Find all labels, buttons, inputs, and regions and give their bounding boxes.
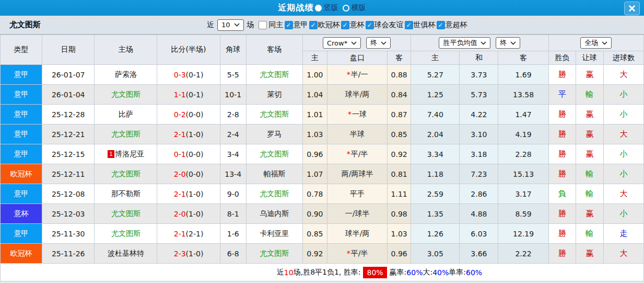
home-team-name: 尤文图斯 xyxy=(111,169,140,178)
handicap-line: 一/球半 xyxy=(327,204,387,224)
col-header-date: 日期 xyxy=(42,35,95,65)
corner-score: 2-8 xyxy=(220,105,246,124)
sub-header-avg-away: 客 xyxy=(498,51,548,65)
odds-home: 1.00 xyxy=(302,65,327,85)
result-goals: 大 xyxy=(603,184,643,204)
odds-home: 0.90 xyxy=(302,204,327,224)
filter-checkbox-checked[interactable]: ✓ xyxy=(437,21,445,29)
home-team-name: 尤文图斯 xyxy=(111,90,140,98)
result-handicap: 赢 xyxy=(576,244,603,264)
chevron-down-icon xyxy=(351,41,357,45)
avg-win: 2.59 xyxy=(411,184,460,204)
avg-win: 7.40 xyxy=(411,105,460,124)
away-team-name: 尤文图斯 xyxy=(260,110,289,118)
score-cell: 2-1(2-1) xyxy=(157,224,220,244)
panel-title: 近期战绩 xyxy=(278,3,314,14)
near-label: 近 xyxy=(207,20,214,30)
filter-checkbox-label[interactable]: 意杯 xyxy=(350,20,365,30)
avg-win: 1.18 xyxy=(411,164,460,184)
handicap-line: *平/半 xyxy=(327,144,387,164)
sub-header-avg-draw: 和 xyxy=(460,51,498,65)
avg-lose: 1.69 xyxy=(498,65,548,85)
filter-checkbox-unchecked[interactable] xyxy=(259,21,267,29)
avg-lose: 13.58 xyxy=(498,85,548,105)
layout-vertical-label[interactable]: 竖版 xyxy=(324,3,338,13)
score-cell: 0-1(0-0) xyxy=(157,144,220,164)
filter-checkbox-checked[interactable]: ✓ xyxy=(285,21,293,29)
filter-checkbox-checked[interactable]: ✓ xyxy=(405,21,413,29)
filter-checkbox-label[interactable]: 同主 xyxy=(269,20,284,30)
scope-select-value: 全场 xyxy=(584,38,598,48)
final-score: 0-1 xyxy=(174,150,186,159)
chevron-down-icon xyxy=(481,41,486,45)
filter-checkbox-label[interactable]: 世俱杯 xyxy=(414,20,436,30)
handicap-text: 一/球半 xyxy=(345,209,370,218)
half-score: (0-0) xyxy=(186,150,204,159)
away-team: 乌迪内斯 xyxy=(246,204,302,224)
avg-type-select[interactable]: 胜平负均值 xyxy=(439,37,490,49)
corner-score: 3-4 xyxy=(220,144,246,164)
match-date: 25-12-15 xyxy=(42,144,95,164)
filters: 近 10 场 同主✓意甲✓欧冠杯✓意杯✓球会友谊✓世俱杯✓意超杯 xyxy=(207,16,467,34)
away-team-name: 莱切 xyxy=(267,90,282,98)
filter-checkbox-label[interactable]: 意甲 xyxy=(294,20,308,30)
summary-segment: 60% xyxy=(466,268,482,277)
layout-horizontal-radio[interactable] xyxy=(343,5,349,12)
home-team: 萨索洛 xyxy=(95,65,157,85)
col-header-away: 客场 xyxy=(246,35,302,65)
summary-bar: 近10场,胜8平1负1, 胜率:80% 赢率:60% 大:40% 单率:60% xyxy=(0,264,644,281)
league-badge: 意甲 xyxy=(1,184,42,204)
odds-home: 0.92 xyxy=(302,244,327,264)
half-score: (0-0) xyxy=(186,110,204,119)
bookmaker-select[interactable]: Crow* xyxy=(323,37,361,49)
odds-away: 1.11 xyxy=(388,184,411,204)
away-team: 罗马 xyxy=(246,124,302,144)
final-score: 2-1 xyxy=(174,130,186,139)
avg-win: 1.35 xyxy=(411,204,460,224)
match-count-select[interactable]: 10 xyxy=(217,19,244,31)
filter-checkbox-label[interactable]: 意超杯 xyxy=(446,20,467,30)
home-team: 那不勒斯 xyxy=(95,184,157,204)
away-team: 莱切 xyxy=(246,85,302,105)
away-team: 卡利亚里 xyxy=(246,224,302,244)
close-button[interactable] xyxy=(624,2,640,15)
home-team: 尤文图斯 xyxy=(95,85,157,105)
results-table: 类型 日期 主场 比分(半场) 角球 客场 Crow* 终 xyxy=(0,35,644,264)
final-score: 2-1 xyxy=(174,190,186,198)
result-goals: 走 xyxy=(603,224,643,244)
result-wdl: 勝 xyxy=(548,124,576,144)
star-marker: * xyxy=(348,110,352,118)
chevron-down-icon xyxy=(381,41,387,45)
matches-label: 场 xyxy=(247,20,254,30)
away-team: 尤文图斯 xyxy=(246,244,302,264)
corner-score: 2-4 xyxy=(220,124,246,144)
filter-checkbox-label[interactable]: 球会友谊 xyxy=(374,20,404,30)
filter-checkbox-checked[interactable]: ✓ xyxy=(366,21,374,29)
team-name: 尤文图斯 xyxy=(9,20,41,30)
avg-time-select[interactable]: 终 xyxy=(496,37,520,49)
sub-header-result-handicap: 让球 xyxy=(576,51,603,65)
avg-lose: 1.47 xyxy=(498,105,548,124)
away-team: 尤文图斯 xyxy=(246,144,302,164)
filter-checkbox-label[interactable]: 欧冠杯 xyxy=(318,20,340,30)
col-header-corner: 角球 xyxy=(220,35,246,65)
scope-select[interactable]: 全场 xyxy=(580,37,612,49)
layout-vertical-radio[interactable] xyxy=(315,5,322,12)
summary-segment: 单率: xyxy=(449,268,466,277)
avg-win: 5.27 xyxy=(411,65,460,85)
sub-header-handicap: 盘口 xyxy=(327,51,387,65)
result-handicap: 赢 xyxy=(576,144,603,164)
league-badge: 意杯 xyxy=(1,204,42,224)
odds-away: 0.84 xyxy=(388,85,411,105)
filter-checkbox-checked[interactable]: ✓ xyxy=(341,21,349,29)
score-cell: 0-2(0-0) xyxy=(157,105,220,124)
filter-checkbox-checked[interactable]: ✓ xyxy=(309,21,318,29)
layout-horizontal-label[interactable]: 横版 xyxy=(352,3,366,13)
odds-time-select[interactable]: 终 xyxy=(366,37,391,49)
match-row: 意甲26-01-07萨索洛0-3(0-1)5-5尤文图斯1.00*半/一0.88… xyxy=(1,65,644,85)
odds-home: 0.85 xyxy=(302,224,327,244)
half-score: (0-1) xyxy=(186,71,204,79)
half-score: (1-0) xyxy=(186,210,204,218)
star-marker: * xyxy=(347,150,350,158)
titlebar: 近期战绩 竖版 横版 xyxy=(0,0,644,16)
